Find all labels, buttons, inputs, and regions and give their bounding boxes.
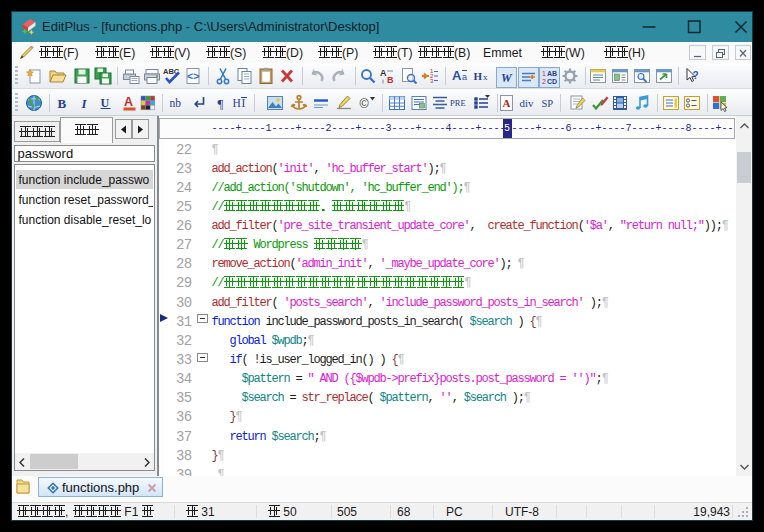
svg-text:¶: ¶ [218,96,224,111]
svg-text:I: I [242,97,246,109]
svg-text:div: div [520,96,535,108]
svg-text:3: 3 [430,78,434,84]
svg-text:A: A [380,68,387,78]
svg-text:B: B [58,95,67,110]
svg-text:I: I [81,95,88,110]
svg-text:x: x [483,72,488,82]
svg-text:SP: SP [542,97,554,108]
svg-text:A: A [124,95,133,109]
svg-text:U: U [101,95,110,109]
svg-text:B: B [387,75,394,85]
svg-text:2: 2 [542,78,546,85]
svg-text:A: A [503,97,511,109]
svg-text:©: © [360,96,370,110]
svg-text:a: a [462,72,467,82]
svg-text:PRE: PRE [450,98,466,108]
svg-text:1: 1 [542,70,546,77]
svg-text:nb: nb [170,97,182,109]
svg-text:A: A [452,68,462,83]
svg-text:?: ? [693,70,699,81]
svg-text:CD: CD [547,78,557,85]
svg-text:H: H [474,70,483,82]
svg-text:<>: <> [187,70,199,82]
svg-text:H: H [233,97,241,109]
svg-text:AB: AB [547,70,557,77]
svg-text:W: W [501,71,513,85]
